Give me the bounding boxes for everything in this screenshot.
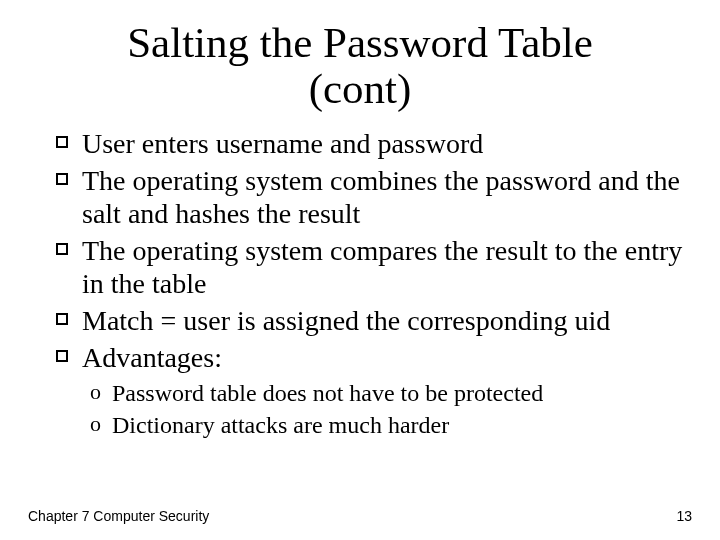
bullet-item: Match = user is assigned the correspondi… (56, 304, 692, 337)
bullet-text: The operating system compares the result… (82, 235, 682, 299)
slide: Salting the Password Table (cont) User e… (0, 0, 720, 540)
bullet-item: The operating system compares the result… (56, 234, 692, 300)
page-number: 13 (676, 508, 692, 524)
bullet-list: User enters username and password The op… (28, 127, 692, 374)
sub-bullet-item: Password table does not have to be prote… (90, 378, 692, 408)
slide-title: Salting the Password Table (cont) (28, 20, 692, 113)
bullet-item: User enters username and password (56, 127, 692, 160)
sub-bullet-text: Dictionary attacks are much harder (112, 412, 449, 438)
bullet-text: Advantages: (82, 342, 222, 373)
sub-bullet-list: Password table does not have to be prote… (28, 378, 692, 440)
title-line-2: (cont) (309, 65, 412, 112)
title-line-1: Salting the Password Table (127, 19, 593, 66)
bullet-text: The operating system combines the passwo… (82, 165, 680, 229)
footer-left: Chapter 7 Computer Security (28, 508, 209, 524)
sub-bullet-item: Dictionary attacks are much harder (90, 410, 692, 440)
bullet-item: Advantages: (56, 341, 692, 374)
bullet-text: Match = user is assigned the correspondi… (82, 305, 610, 336)
sub-bullet-text: Password table does not have to be prote… (112, 380, 543, 406)
bullet-item: The operating system combines the passwo… (56, 164, 692, 230)
bullet-text: User enters username and password (82, 128, 483, 159)
